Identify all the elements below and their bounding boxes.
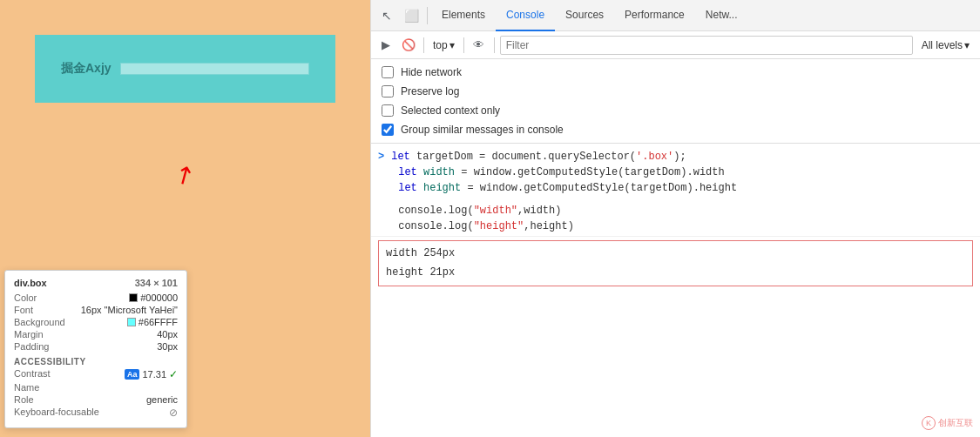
code-string-1: '.box' (636, 151, 673, 163)
name-row: Name (14, 382, 178, 393)
no-entry-icon: ⊘ (169, 407, 178, 419)
selected-context-label: Selected context only (401, 104, 500, 117)
tab-performance[interactable]: Performance (614, 0, 695, 31)
color-row: Color #000000 (14, 292, 178, 303)
element-size: 334 × 101 (135, 278, 178, 288)
devtools-panel: ↖ ⬜ Elements Console Sources Performance… (370, 0, 980, 437)
result-height-value: 21px (429, 266, 455, 279)
keyboard-row: Keyboard-focusable ⊘ (14, 407, 178, 419)
color-swatch-black (129, 293, 138, 302)
all-levels-label: All levels (922, 39, 963, 51)
aa-badge: Aa (125, 369, 140, 380)
contrast-row: Contrast Aa 17.31 ✓ (14, 368, 178, 380)
run-icon[interactable]: ▶ (376, 36, 395, 55)
selected-context-checkbox[interactable] (382, 104, 394, 117)
color-swatch-teal (127, 318, 136, 326)
teal-container: 掘金Axjy (35, 35, 335, 103)
code-line-5: console.log("width",width) (398, 203, 737, 218)
element-inspector: div.box 334 × 101 Color #000000 Font 16p… (4, 270, 187, 428)
inspector-title: div.box 334 × 101 (14, 278, 178, 288)
console-prompt: > (378, 149, 384, 165)
log-levels-selector[interactable]: All levels ▾ (916, 37, 975, 53)
console-input-block: > let targetDom = document.querySelector… (371, 147, 980, 237)
code-spacer (391, 196, 737, 203)
role-value: generic (146, 394, 178, 405)
margin-value: 40px (157, 329, 178, 340)
code-height-var: height (423, 182, 461, 194)
context-selector[interactable]: top ▾ (429, 37, 458, 53)
filter-input[interactable] (500, 36, 913, 55)
role-row: Role generic (14, 394, 178, 405)
result-width-value: 254px (423, 247, 455, 259)
toolbar-separator (423, 37, 424, 53)
background-hex: #66FFFF (139, 317, 178, 327)
result-width-label: width (386, 247, 417, 259)
font-label: Font (14, 305, 33, 315)
option-preserve-log: Preserve log (382, 82, 970, 101)
contrast-value: Aa 17.31 ✓ (125, 368, 178, 380)
console-output: > let targetDom = document.querySelector… (371, 144, 980, 437)
background-label: Background (14, 317, 65, 327)
hide-network-checkbox[interactable] (382, 66, 394, 78)
code-line-6: console.log("height",height) (398, 218, 737, 234)
color-hex: #000000 (140, 292, 178, 303)
font-value: 16px "Microsoft YaHei" (81, 305, 178, 315)
watermark-icon: K (922, 416, 936, 430)
keyboard-label: Keyboard-focusable (14, 407, 99, 419)
result-width: width 254px (386, 245, 965, 264)
console-toolbar: ▶ 🚫 top ▾ 👁 All levels ▾ (371, 31, 980, 59)
keyboard-value: ⊘ (169, 407, 178, 419)
watermark-text: 创新互联 (938, 417, 973, 429)
tab-network[interactable]: Netw... (695, 0, 748, 31)
code-line-2: let width = window.getComputedStyle(targ… (398, 165, 737, 180)
code-width-var: width (423, 166, 455, 178)
code-line-1: let targetDom = document.querySelector('… (391, 149, 737, 165)
preserve-log-label: Preserve log (401, 85, 459, 97)
margin-label: Margin (14, 329, 44, 340)
tab-sources[interactable]: Sources (555, 0, 614, 31)
console-results-block: width 254px height 21px (378, 240, 973, 286)
padding-row: Padding 30px (14, 341, 178, 352)
devtools-tabs: ↖ ⬜ Elements Console Sources Performance… (371, 0, 980, 31)
chevron-down-icon-2: ▾ (964, 39, 970, 51)
console-options: Hide network Preserve log Selected conte… (371, 59, 980, 144)
keyword-let-1: let (391, 151, 410, 163)
inspect-element-icon[interactable]: ↖ (375, 3, 399, 28)
eye-icon[interactable]: 👁 (470, 36, 489, 55)
role-label: Role (14, 394, 34, 405)
result-height-label: height (386, 266, 423, 279)
console-code-block: let targetDom = document.querySelector('… (391, 149, 737, 234)
contrast-label: Contrast (14, 368, 51, 380)
code-line-3: let height = window.getComputedStyle(tar… (398, 180, 737, 196)
teal-label: 掘金Axjy (61, 61, 112, 77)
accessibility-header: ACCESSIBILITY (14, 357, 178, 366)
background-value: #66FFFF (127, 317, 178, 327)
code-text-1: targetDom = document.querySelector( (416, 151, 636, 163)
toolbar-separator-2 (463, 37, 464, 53)
group-similar-label: Group similar messages in console (401, 124, 564, 136)
preview-panel: 掘金Axjy ↗ div.box 334 × 101 Color #000000… (0, 0, 370, 437)
device-mode-icon[interactable]: ⬜ (399, 3, 423, 28)
chevron-down-icon: ▾ (449, 39, 455, 51)
margin-row: Margin 40px (14, 329, 178, 340)
input-simulation (120, 63, 309, 75)
element-name: div.box (14, 278, 47, 288)
background-row: Background #66FFFF (14, 317, 178, 327)
preserve-log-checkbox[interactable] (382, 85, 394, 97)
keyword-let-2: let (398, 166, 417, 178)
group-similar-checkbox[interactable] (382, 124, 394, 136)
tab-elements[interactable]: Elements (431, 0, 496, 31)
keyword-let-3: let (398, 182, 417, 194)
string-height: "height" (474, 220, 524, 232)
tab-separator-1 (427, 7, 428, 24)
tab-console[interactable]: Console (496, 0, 555, 31)
check-icon: ✓ (169, 368, 178, 380)
toolbar-separator-3 (494, 37, 495, 53)
option-selected-context: Selected context only (382, 101, 970, 120)
font-row: Font 16px "Microsoft YaHei" (14, 305, 178, 315)
clear-icon[interactable]: 🚫 (399, 36, 418, 55)
color-label: Color (14, 292, 37, 303)
name-prop-label: Name (14, 382, 39, 393)
padding-label: Padding (14, 341, 49, 352)
context-label: top (433, 39, 448, 51)
